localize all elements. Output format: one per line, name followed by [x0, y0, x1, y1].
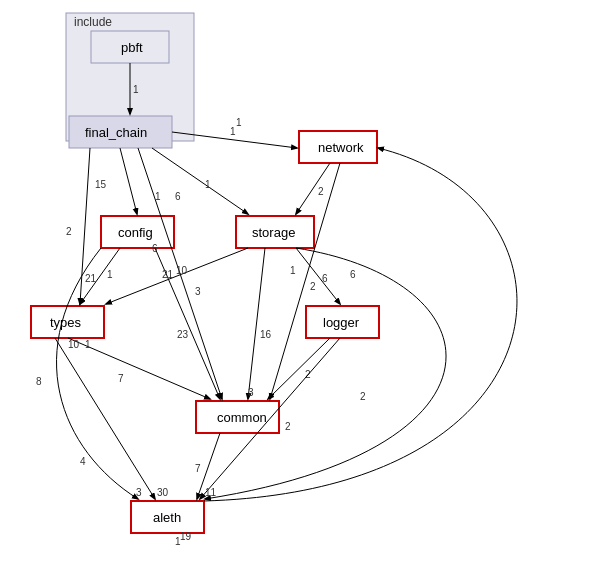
svg-rect-9	[131, 501, 204, 533]
svg-rect-3	[299, 131, 377, 163]
storage-label: storage	[252, 225, 295, 240]
svg-line-12	[172, 132, 297, 148]
graph-container: include pbft final_chain network config …	[0, 0, 607, 585]
types-label: types	[50, 315, 82, 330]
config-label: config	[118, 225, 153, 240]
final-chain-label: final_chain	[85, 125, 147, 140]
svg-text:16: 16	[260, 329, 272, 340]
svg-line-24	[270, 163, 340, 399]
common-label: common	[217, 410, 267, 425]
svg-rect-2	[69, 116, 172, 148]
svg-text:4: 4	[80, 456, 86, 467]
svg-text:6: 6	[350, 269, 356, 280]
svg-text:11: 11	[205, 487, 217, 498]
svg-line-30	[106, 248, 248, 304]
svg-text:2: 2	[305, 369, 311, 380]
svg-line-28	[155, 248, 220, 399]
svg-text:21: 21	[85, 273, 97, 284]
svg-line-34	[248, 248, 265, 399]
svg-line-20	[138, 148, 222, 399]
svg-text:23: 23	[177, 329, 189, 340]
svg-text:2: 2	[285, 421, 291, 432]
svg-line-14	[120, 148, 137, 214]
svg-text:7: 7	[118, 373, 124, 384]
network-label: network	[318, 140, 364, 155]
svg-text:1: 1	[205, 179, 211, 190]
svg-text:3: 3	[248, 387, 254, 398]
svg-text:1: 1	[290, 265, 296, 276]
svg-text:3: 3	[136, 487, 142, 498]
svg-text:1: 1	[107, 269, 113, 280]
svg-text:7: 7	[195, 463, 201, 474]
logger-label: logger	[323, 315, 360, 330]
aleth-label: aleth	[153, 510, 181, 525]
svg-text:2: 2	[66, 226, 72, 237]
svg-line-36	[68, 338, 210, 399]
svg-line-40	[268, 338, 330, 399]
include-label: include	[74, 15, 112, 29]
svg-text:6: 6	[175, 191, 181, 202]
svg-text:6: 6	[322, 273, 328, 284]
svg-text:1: 1	[85, 339, 91, 350]
svg-text:19: 19	[180, 531, 192, 542]
svg-rect-5	[236, 216, 314, 248]
svg-line-42	[200, 338, 340, 499]
svg-text:6: 6	[152, 243, 158, 254]
svg-text:30: 30	[157, 487, 169, 498]
svg-line-16	[152, 148, 248, 214]
svg-text:21: 21	[162, 269, 174, 280]
svg-text:2: 2	[360, 391, 366, 402]
svg-rect-1	[91, 31, 169, 63]
pbft-label: pbft	[121, 40, 143, 55]
svg-rect-4	[101, 216, 174, 248]
svg-text:1: 1	[155, 191, 161, 202]
svg-rect-0	[66, 13, 194, 141]
svg-rect-7	[306, 306, 379, 338]
svg-text:10: 10	[68, 339, 80, 350]
svg-text:1: 1	[236, 117, 242, 128]
svg-line-32	[296, 248, 340, 304]
svg-text:1: 1	[133, 84, 139, 95]
svg-line-44	[197, 433, 220, 499]
svg-text:1: 1	[175, 536, 181, 547]
svg-text:15: 15	[95, 179, 107, 190]
svg-text:2: 2	[310, 281, 316, 292]
svg-line-18	[80, 148, 90, 304]
svg-line-22	[296, 163, 330, 214]
svg-line-38	[55, 338, 155, 499]
edges-svg: include pbft final_chain network config …	[0, 0, 607, 585]
svg-text:3: 3	[195, 286, 201, 297]
svg-rect-6	[31, 306, 104, 338]
svg-text:1: 1	[230, 126, 236, 137]
svg-line-26	[80, 248, 120, 304]
svg-text:2: 2	[318, 186, 324, 197]
svg-rect-8	[196, 401, 279, 433]
svg-text:8: 8	[36, 376, 42, 387]
svg-text:10: 10	[176, 265, 188, 276]
